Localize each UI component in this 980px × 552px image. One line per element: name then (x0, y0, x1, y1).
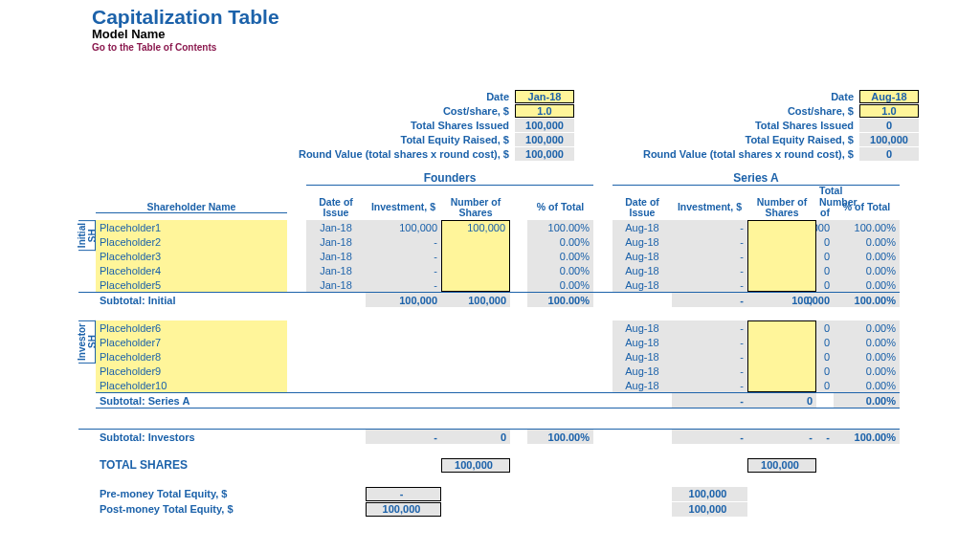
table-row: Placeholder10 Aug-18 - 0 0.00% (96, 378, 900, 392)
table-row: Placeholder7 Aug-18 - 0 0.00% (96, 335, 900, 349)
a-date: Aug-18 (612, 220, 672, 234)
model-name: Model Name (92, 27, 980, 41)
total-shares-row: TOTAL SHARES 100,000 100,000 (78, 457, 900, 473)
total-shares-a: 100,000 (747, 458, 816, 473)
table-row: Placeholder8 Aug-18 - 0 0.00% (96, 349, 900, 364)
post-money-row: Post-money Total Equity, $ 100,000 100,0… (78, 501, 900, 517)
seriesa-params: DateAug-18 Cost/share, $1.0 Total Shares… (632, 89, 919, 161)
seriesa-date[interactable]: Aug-18 (859, 90, 919, 103)
col-date: Date of Issue (612, 197, 672, 219)
f-date: Jan-18 (306, 220, 366, 234)
sh-name[interactable]: Placeholder5 (96, 277, 287, 292)
col-pct: % of Total (527, 202, 593, 213)
col-inv: Investment, $ (672, 202, 747, 213)
sh-name[interactable]: Placeholder9 (96, 364, 287, 378)
founders-params: DateJan-18 Cost/share, $1.0 Total Shares… (287, 89, 574, 161)
total-shares-f: 100,000 (441, 458, 510, 473)
header: Capitalization Table Model Name Go to th… (0, 6, 980, 53)
subtotal-label: Subtotal: Series A (96, 395, 287, 407)
cap-table-page: Capitalization Table Model Name Go to th… (0, 0, 980, 536)
sh-name[interactable]: Placeholder3 (96, 249, 287, 263)
f-inv: 100,000 (366, 220, 441, 234)
sh-name[interactable]: Placeholder7 (96, 335, 287, 349)
label-shares: Total Shares Issued (632, 120, 859, 131)
founders-equity: 100,000 (515, 133, 574, 146)
table-row: Investor SH Placeholder6 Aug-18 - 0 0.00… (78, 320, 900, 335)
column-headers: Shareholder Name Date of Issue Investmen… (78, 186, 900, 220)
subtotal-label: Subtotal: Initial (96, 295, 287, 306)
seriesa-cost[interactable]: 1.0 (859, 104, 919, 118)
f-pct: 100.00% (527, 220, 593, 234)
post-money-f: 100,000 (366, 502, 441, 517)
seriesa-shares: 0 (859, 119, 919, 132)
table-row: Placeholder2 Jan-18 - 0.00% Aug-18 - 0 0… (96, 234, 900, 249)
investor-tab: Investor SH (78, 320, 96, 364)
table-row: Placeholder3 Jan-18 - 0.00% Aug-18 - 0 0… (96, 249, 900, 263)
label-cost: Cost/share, $ (287, 105, 515, 117)
founders-cost[interactable]: 1.0 (515, 104, 574, 118)
sh-name[interactable]: Placeholder6 (96, 320, 287, 335)
founders-date[interactable]: Jan-18 (515, 90, 574, 103)
col-shares: Number of Shares (747, 197, 816, 219)
pre-money-a: 100,000 (672, 487, 747, 501)
label-equity: Total Equity Raised, $ (632, 134, 859, 145)
col-shares: Number of Shares (441, 197, 510, 219)
post-money-a: 100,000 (672, 502, 747, 517)
a-shares[interactable] (747, 220, 816, 234)
subtotal-seriesa: Subtotal: Series A - 0 0.00% (96, 392, 900, 408)
a-inv: - (672, 220, 747, 234)
label-date: Date (632, 91, 859, 102)
subtotal-investors: Subtotal: Investors - 0 100.00% - - - 10… (78, 429, 900, 444)
col-shareholder: Shareholder Name (96, 202, 287, 214)
pre-money-label: Pre-money Total Equity, $ (96, 488, 287, 499)
sh-name[interactable]: Placeholder8 (96, 349, 287, 364)
subtotal-label: Subtotal: Investors (96, 431, 287, 443)
label-equity: Total Equity Raised, $ (287, 134, 515, 145)
sh-name[interactable]: Placeholder10 (96, 378, 287, 392)
table-row: Placeholder9 Aug-18 - 0 0.00% (96, 364, 900, 378)
a-tot: 100,000 (816, 220, 834, 234)
label-cost: Cost/share, $ (632, 105, 859, 117)
pre-money-f: - (366, 487, 441, 501)
seriesa-round: 0 (859, 147, 919, 161)
label-round: Round Value (total shares x round cost),… (632, 148, 859, 160)
total-shares-label: TOTAL SHARES (96, 458, 287, 472)
sh-name[interactable]: Placeholder1 (96, 220, 287, 234)
sh-name[interactable]: Placeholder2 (96, 234, 287, 249)
founders-shares: 100,000 (515, 119, 574, 132)
col-pct: % of Total (834, 202, 900, 213)
seriesa-title: Series A (612, 171, 900, 186)
section-titles: Founders Series A (78, 168, 900, 186)
a-pct: 100.00% (834, 220, 900, 234)
initial-tab: Initial SH (78, 220, 96, 251)
founders-round: 100,000 (515, 147, 574, 161)
pre-money-row: Pre-money Total Equity, $ - 100,000 (78, 486, 900, 501)
founders-title: Founders (306, 171, 593, 186)
main-table: Founders Series A Shareholder Name Date … (0, 168, 980, 517)
subtotal-initial: Subtotal: Initial 100,000 100,000 100.00… (78, 292, 900, 307)
col-date: Date of Issue (306, 197, 366, 219)
sh-name[interactable]: Placeholder4 (96, 263, 287, 277)
table-row: Placeholder4 Jan-18 - 0.00% Aug-18 - 0 0… (96, 263, 900, 277)
table-row: Initial SH Placeholder1 Jan-18 100,000 1… (78, 220, 900, 234)
toc-link[interactable]: Go to the Table of Contents (92, 42, 980, 53)
label-round: Round Value (total shares x round cost),… (287, 148, 515, 160)
seriesa-equity: 100,000 (859, 133, 919, 146)
page-title: Capitalization Table (92, 6, 980, 29)
label-date: Date (287, 91, 515, 102)
f-shares[interactable]: 100,000 (441, 220, 510, 234)
post-money-label: Post-money Total Equity, $ (96, 503, 287, 515)
table-row: Placeholder5 Jan-18 - 0.00% Aug-18 - 0 0… (96, 277, 900, 292)
col-inv: Investment, $ (366, 202, 441, 213)
label-shares: Total Shares Issued (287, 120, 515, 131)
round-params: DateJan-18 Cost/share, $1.0 Total Shares… (0, 89, 980, 161)
